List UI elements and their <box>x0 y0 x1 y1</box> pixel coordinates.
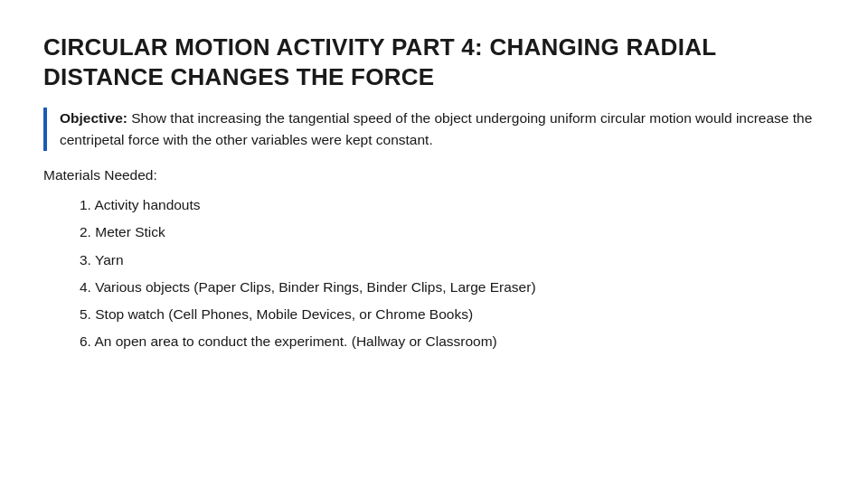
materials-heading: Materials Needed: <box>43 167 825 183</box>
list-item: 1. Activity handouts <box>80 194 825 215</box>
objective-body: Show that increasing the tangential spee… <box>60 110 812 147</box>
list-item: 3. Yarn <box>80 249 825 270</box>
list-item: 2. Meter Stick <box>80 221 825 242</box>
list-item: 4. Various objects (Paper Clips, Binder … <box>80 277 825 297</box>
objective-label: Objective: <box>60 110 131 126</box>
materials-list: 1. Activity handouts2. Meter Stick3. Yar… <box>43 194 825 352</box>
list-item: 6. An open area to conduct the experimen… <box>80 331 825 352</box>
slide-title: CIRCULAR MOTION ACTIVITY PART 4: CHANGIN… <box>43 33 825 91</box>
list-item: 5. Stop watch (Cell Phones, Mobile Devic… <box>80 304 825 324</box>
objective-text: Objective: Show that increasing the tang… <box>60 108 825 151</box>
slide-container: CIRCULAR MOTION ACTIVITY PART 4: CHANGIN… <box>0 0 868 488</box>
title-line2: DISTANCE CHANGES THE FORCE <box>43 63 434 90</box>
objective-block: Objective: Show that increasing the tang… <box>43 108 825 151</box>
title-line1: CIRCULAR MOTION ACTIVITY PART 4: CHANGIN… <box>43 33 716 61</box>
